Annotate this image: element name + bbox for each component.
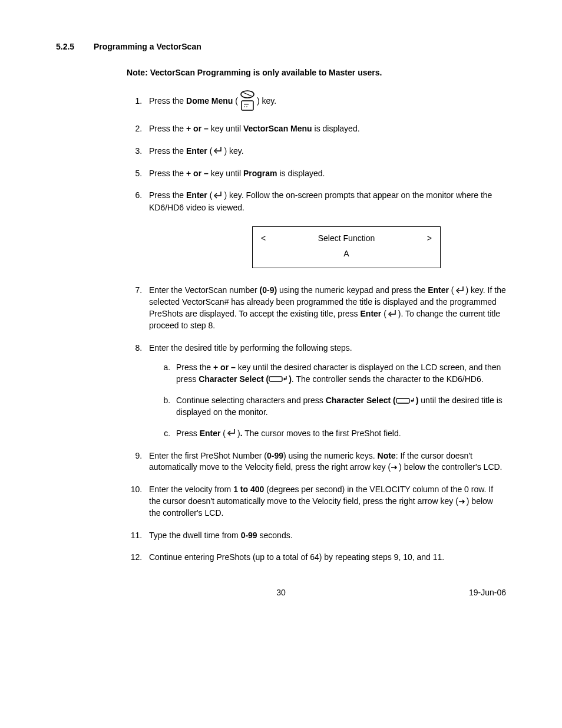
display-left: < xyxy=(261,233,266,245)
svg-point-4 xyxy=(244,106,245,107)
step-8b: Continue selecting characters and press … xyxy=(173,395,506,419)
lcd-display: < Select Function > A xyxy=(252,226,441,268)
section-title: Programming a VectorScan xyxy=(94,42,201,51)
step-11: Type the dwell time from 0-99 seconds. xyxy=(144,530,506,542)
right-arrow-icon xyxy=(458,496,467,508)
step-9: Enter the first PreShot Number (0-99) us… xyxy=(144,450,506,474)
step-7: Enter the VectorScan number (0-9) using … xyxy=(144,285,506,331)
step-5: Press the + or – key until Program is di… xyxy=(144,168,506,180)
svg-rect-6 xyxy=(269,377,282,381)
step-6: Press the Enter () key. Follow the on-sc… xyxy=(144,190,506,268)
svg-rect-7 xyxy=(396,398,409,403)
enter-icon xyxy=(212,146,224,157)
char-select-icon xyxy=(396,396,416,407)
footer-date: 19-Jun-06 xyxy=(435,587,506,599)
step-8: Enter the desired title by performing th… xyxy=(144,342,506,440)
note-text: ote: VectorScan Programming is only avai… xyxy=(133,68,382,77)
step-2: Press the + or – key until VectorScan Me… xyxy=(144,123,506,135)
step-8a: Press the + or – key until the desired c… xyxy=(173,362,506,386)
step-list: Press the Dome Menu () key. Press the + … xyxy=(127,90,506,564)
enter-icon xyxy=(454,285,466,297)
step-10: Enter the velocity from 1 to 400 (degree… xyxy=(144,484,506,519)
dome-menu-icon xyxy=(238,90,257,113)
svg-line-1 xyxy=(243,93,252,96)
char-select-icon xyxy=(269,374,289,386)
step-3: Press the Enter () key. xyxy=(144,146,506,157)
right-arrow-icon xyxy=(391,462,399,474)
display-center: Select Function xyxy=(318,233,375,245)
enter-icon xyxy=(226,428,237,440)
note-line: Note: VectorScan Programming is only ava… xyxy=(127,67,506,79)
step-12: Continue entering PreShots (up to a tota… xyxy=(144,552,506,564)
enter-icon xyxy=(212,190,224,202)
step-8c: Press Enter (). The cursor moves to the … xyxy=(173,428,506,440)
display-right: > xyxy=(427,233,432,245)
step-8-sublist: Press the + or – key until the desired c… xyxy=(155,362,506,439)
page-number: 30 xyxy=(127,587,435,599)
section-header: 5.2.5 Programming a VectorScan xyxy=(56,41,506,53)
page-footer: 30 19-Jun-06 xyxy=(56,587,506,599)
note-prefix: N xyxy=(127,68,133,77)
enter-icon xyxy=(386,309,398,321)
section-number: 5.2.5 xyxy=(56,41,91,53)
svg-point-5 xyxy=(246,106,247,107)
step-1: Press the Dome Menu () key. xyxy=(144,90,506,113)
display-line2: A xyxy=(261,248,432,260)
svg-rect-2 xyxy=(242,101,253,110)
